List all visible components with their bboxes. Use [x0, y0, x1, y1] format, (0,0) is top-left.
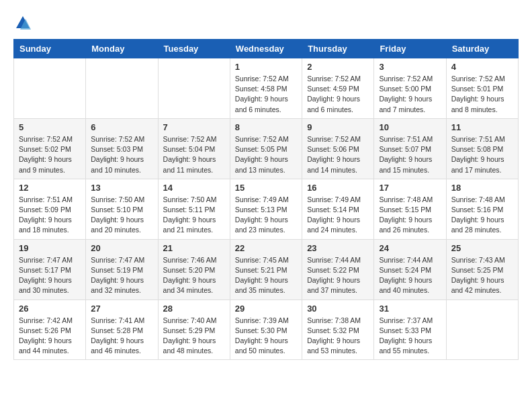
calendar-day-cell: 5Sunrise: 7:52 AM Sunset: 5:02 PM Daylig… [14, 118, 86, 179]
calendar-header-cell: Friday [374, 40, 446, 58]
calendar-day-cell: 3Sunrise: 7:52 AM Sunset: 5:00 PM Daylig… [374, 58, 446, 119]
calendar-day-cell: 1Sunrise: 7:52 AM Sunset: 4:58 PM Daylig… [230, 58, 302, 119]
day-number: 21 [163, 243, 225, 253]
day-number: 20 [91, 243, 152, 253]
calendar-header-row: SundayMondayTuesdayWednesdayThursdayFrid… [14, 40, 519, 58]
calendar-day-cell: 4Sunrise: 7:52 AM Sunset: 5:01 PM Daylig… [446, 58, 518, 119]
calendar-day-cell: 25Sunrise: 7:43 AM Sunset: 5:25 PM Dayli… [446, 239, 518, 300]
day-info: Sunrise: 7:49 AM Sunset: 5:13 PM Dayligh… [235, 195, 297, 236]
calendar-day-cell: 19Sunrise: 7:47 AM Sunset: 5:17 PM Dayli… [14, 239, 86, 300]
calendar-day-cell: 10Sunrise: 7:51 AM Sunset: 5:07 PM Dayli… [374, 118, 446, 179]
day-info: Sunrise: 7:52 AM Sunset: 5:00 PM Dayligh… [379, 74, 441, 115]
calendar-day-cell: 24Sunrise: 7:44 AM Sunset: 5:24 PM Dayli… [374, 239, 446, 300]
day-info: Sunrise: 7:52 AM Sunset: 5:06 PM Dayligh… [307, 134, 369, 175]
day-number: 1 [235, 62, 297, 72]
day-info: Sunrise: 7:52 AM Sunset: 5:03 PM Dayligh… [91, 134, 152, 175]
calendar-day-cell: 12Sunrise: 7:51 AM Sunset: 5:09 PM Dayli… [14, 179, 86, 239]
calendar-day-cell: 18Sunrise: 7:48 AM Sunset: 5:16 PM Dayli… [446, 179, 518, 239]
calendar-day-cell: 8Sunrise: 7:52 AM Sunset: 5:05 PM Daylig… [230, 118, 302, 179]
day-info: Sunrise: 7:37 AM Sunset: 5:33 PM Dayligh… [379, 316, 441, 357]
calendar-week-row: 1Sunrise: 7:52 AM Sunset: 4:58 PM Daylig… [14, 58, 519, 119]
day-number: 12 [19, 183, 81, 193]
calendar-header-cell: Saturday [446, 40, 518, 58]
day-number: 23 [307, 243, 369, 253]
day-info: Sunrise: 7:52 AM Sunset: 5:01 PM Dayligh… [451, 74, 513, 115]
calendar-week-row: 26Sunrise: 7:42 AM Sunset: 5:26 PM Dayli… [14, 300, 519, 360]
day-number: 24 [379, 243, 441, 253]
day-number: 25 [451, 243, 513, 253]
day-number: 7 [163, 122, 225, 132]
day-info: Sunrise: 7:47 AM Sunset: 5:17 PM Dayligh… [19, 255, 81, 296]
calendar-day-cell: 2Sunrise: 7:52 AM Sunset: 4:59 PM Daylig… [302, 58, 374, 119]
day-number: 26 [19, 304, 81, 314]
day-info: Sunrise: 7:48 AM Sunset: 5:15 PM Dayligh… [379, 195, 441, 236]
calendar-day-cell: 17Sunrise: 7:48 AM Sunset: 5:15 PM Dayli… [374, 179, 446, 239]
calendar-day-cell: 21Sunrise: 7:46 AM Sunset: 5:20 PM Dayli… [158, 239, 230, 300]
day-number: 30 [307, 304, 369, 314]
day-info: Sunrise: 7:52 AM Sunset: 4:58 PM Dayligh… [235, 74, 297, 115]
calendar-day-cell: 7Sunrise: 7:52 AM Sunset: 5:04 PM Daylig… [158, 118, 230, 179]
day-info: Sunrise: 7:43 AM Sunset: 5:25 PM Dayligh… [451, 255, 513, 296]
calendar-body: 1Sunrise: 7:52 AM Sunset: 4:58 PM Daylig… [14, 58, 519, 360]
calendar-day-cell: 15Sunrise: 7:49 AM Sunset: 5:13 PM Dayli… [230, 179, 302, 239]
day-info: Sunrise: 7:49 AM Sunset: 5:14 PM Dayligh… [307, 195, 369, 236]
day-info: Sunrise: 7:42 AM Sunset: 5:26 PM Dayligh… [19, 316, 81, 357]
day-number: 10 [379, 122, 441, 132]
day-number: 19 [19, 243, 81, 253]
day-info: Sunrise: 7:39 AM Sunset: 5:30 PM Dayligh… [235, 316, 297, 357]
day-info: Sunrise: 7:40 AM Sunset: 5:29 PM Dayligh… [163, 316, 225, 357]
day-info: Sunrise: 7:52 AM Sunset: 4:59 PM Dayligh… [307, 74, 369, 115]
calendar-day-cell: 23Sunrise: 7:44 AM Sunset: 5:22 PM Dayli… [302, 239, 374, 300]
calendar-day-cell: 30Sunrise: 7:38 AM Sunset: 5:32 PM Dayli… [302, 300, 374, 360]
calendar-day-cell: 11Sunrise: 7:51 AM Sunset: 5:08 PM Dayli… [446, 118, 518, 179]
day-info: Sunrise: 7:52 AM Sunset: 5:05 PM Dayligh… [235, 134, 297, 175]
day-info: Sunrise: 7:38 AM Sunset: 5:32 PM Dayligh… [307, 316, 369, 357]
calendar-header-cell: Thursday [302, 40, 374, 58]
day-number: 5 [19, 122, 81, 132]
calendar-day-cell: 16Sunrise: 7:49 AM Sunset: 5:14 PM Dayli… [302, 179, 374, 239]
day-info: Sunrise: 7:46 AM Sunset: 5:20 PM Dayligh… [163, 255, 225, 296]
calendar-week-row: 5Sunrise: 7:52 AM Sunset: 5:02 PM Daylig… [14, 118, 519, 179]
calendar-day-cell [158, 58, 230, 119]
day-number: 3 [379, 62, 441, 72]
calendar-header-cell: Wednesday [230, 40, 302, 58]
calendar-day-cell: 26Sunrise: 7:42 AM Sunset: 5:26 PM Dayli… [14, 300, 86, 360]
day-info: Sunrise: 7:44 AM Sunset: 5:22 PM Dayligh… [307, 255, 369, 296]
calendar-week-row: 12Sunrise: 7:51 AM Sunset: 5:09 PM Dayli… [14, 179, 519, 239]
calendar-day-cell: 6Sunrise: 7:52 AM Sunset: 5:03 PM Daylig… [86, 118, 158, 179]
day-number: 29 [235, 304, 297, 314]
calendar-day-cell [446, 300, 518, 360]
day-number: 9 [307, 122, 369, 132]
day-info: Sunrise: 7:52 AM Sunset: 5:04 PM Dayligh… [163, 134, 225, 175]
day-number: 18 [451, 183, 513, 193]
day-info: Sunrise: 7:47 AM Sunset: 5:19 PM Dayligh… [91, 255, 152, 296]
day-info: Sunrise: 7:50 AM Sunset: 5:10 PM Dayligh… [91, 195, 152, 236]
day-number: 11 [451, 122, 513, 132]
day-number: 28 [163, 304, 225, 314]
day-number: 2 [307, 62, 369, 72]
calendar-day-cell: 14Sunrise: 7:50 AM Sunset: 5:11 PM Dayli… [158, 179, 230, 239]
day-info: Sunrise: 7:51 AM Sunset: 5:09 PM Dayligh… [19, 195, 81, 236]
day-number: 27 [91, 304, 152, 314]
day-number: 4 [451, 62, 513, 72]
day-number: 15 [235, 183, 297, 193]
day-info: Sunrise: 7:48 AM Sunset: 5:16 PM Dayligh… [451, 195, 513, 236]
day-number: 22 [235, 243, 297, 253]
day-number: 31 [379, 304, 441, 314]
day-number: 17 [379, 183, 441, 193]
day-info: Sunrise: 7:50 AM Sunset: 5:11 PM Dayligh… [163, 195, 225, 236]
logo [13, 13, 35, 32]
calendar-header-cell: Tuesday [158, 40, 230, 58]
calendar-day-cell: 28Sunrise: 7:40 AM Sunset: 5:29 PM Dayli… [158, 300, 230, 360]
calendar-day-cell [14, 58, 86, 119]
calendar-day-cell: 31Sunrise: 7:37 AM Sunset: 5:33 PM Dayli… [374, 300, 446, 360]
day-number: 16 [307, 183, 369, 193]
day-number: 6 [91, 122, 152, 132]
day-number: 8 [235, 122, 297, 132]
logo-icon [13, 13, 32, 32]
calendar-day-cell: 27Sunrise: 7:41 AM Sunset: 5:28 PM Dayli… [86, 300, 158, 360]
day-info: Sunrise: 7:45 AM Sunset: 5:21 PM Dayligh… [235, 255, 297, 296]
calendar-header-cell: Sunday [14, 40, 86, 58]
day-number: 14 [163, 183, 225, 193]
calendar-day-cell: 9Sunrise: 7:52 AM Sunset: 5:06 PM Daylig… [302, 118, 374, 179]
